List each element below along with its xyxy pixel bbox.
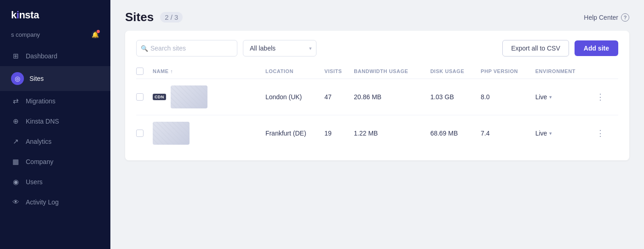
row-php: 7.4 [481, 115, 535, 152]
col-actions [593, 64, 618, 79]
chevron-down-icon: ▾ [549, 94, 552, 100]
help-circle-icon: ? [621, 13, 629, 22]
environment-label: Live [535, 130, 547, 137]
sidebar-item-dashboard[interactable]: ⊞ Dashboard [0, 46, 110, 66]
logo: kinsta [11, 9, 39, 21]
export-csv-button[interactable]: Export all to CSV [502, 40, 569, 57]
sidebar-item-company[interactable]: ▦ Company [0, 152, 110, 172]
row-actions[interactable]: ⋮ [593, 79, 618, 115]
col-bandwidth: BANDWIDTH USAGE [354, 64, 430, 79]
migrations-icon: ⇄ [11, 97, 20, 105]
sites-toolbar: 🔍 All labels ▾ Export all to CSV Add sit… [136, 40, 618, 57]
col-location: LOCATION [265, 64, 324, 79]
dns-icon: ⊕ [11, 117, 20, 125]
row-bandwidth: 20.86 MB [354, 79, 430, 115]
row-visits: 47 [324, 79, 354, 115]
row-actions[interactable]: ⋮ [593, 115, 618, 152]
sites-table: NAME ↑ LOCATION VISITS BANDWIDTH USAGE D [136, 64, 618, 151]
main-area: Sites 2 / 3 Help Center ? 🔍 All labels ▾ [110, 0, 644, 249]
row-disk: 68.69 MB [430, 115, 481, 152]
search-icon: 🔍 [141, 45, 148, 52]
sidebar-item-analytics[interactable]: ↗ Analytics [0, 131, 110, 152]
table-row: Frankfurt (DE) 19 1.22 MB 68.69 MB 7.4 L… [136, 115, 618, 152]
content-area: 🔍 All labels ▾ Export all to CSV Add sit… [110, 31, 644, 249]
analytics-icon: ↗ [11, 137, 20, 146]
site-thumbnail [153, 122, 190, 145]
logo-area: kinsta [0, 0, 110, 27]
sidebar-item-label: Dashboard [26, 52, 58, 60]
sidebar-item-label: Users [26, 178, 43, 186]
row-environment[interactable]: Live ▾ [535, 79, 594, 115]
sites-icon-wrap: ◎ [11, 72, 24, 85]
search-wrap: 🔍 [136, 40, 237, 57]
labels-select-wrap: All labels ▾ [243, 40, 316, 57]
cdn-badge: CDN [153, 94, 166, 100]
page-title-wrap: Sites 2 / 3 [125, 10, 183, 24]
add-site-button[interactable]: Add site [575, 40, 618, 56]
col-visits: VISITS [324, 64, 354, 79]
chevron-down-icon: ▾ [549, 130, 552, 136]
col-php: PHP VERSION [481, 64, 535, 79]
sidebar-item-label: Migrations [26, 97, 56, 105]
page-title: Sites [125, 10, 154, 24]
table-header: NAME ↑ LOCATION VISITS BANDWIDTH USAGE D [136, 64, 618, 79]
more-options-button[interactable]: ⋮ [593, 91, 607, 103]
help-center-link[interactable]: Help Center ? [584, 13, 629, 22]
sidebar-item-label: Kinsta DNS [26, 118, 59, 125]
search-input[interactable] [136, 40, 237, 57]
col-disk: DISK USAGE [430, 64, 481, 79]
company-name: s company [11, 31, 40, 38]
labels-select[interactable]: All labels [243, 40, 316, 57]
row-php: 8.0 [481, 79, 535, 115]
row-location: Frankfurt (DE) [265, 115, 324, 152]
topbar: Sites 2 / 3 Help Center ? [110, 0, 644, 31]
sidebar-item-label: Analytics [26, 138, 52, 145]
sites-card: 🔍 All labels ▾ Export all to CSV Add sit… [125, 31, 629, 160]
col-name: NAME ↑ [153, 64, 265, 79]
bell-icon: 🔔 [92, 31, 99, 38]
table-row: CDN London (UK) 47 20.86 MB 1.03 GB 8.0 … [136, 79, 618, 115]
sidebar-item-label: Sites [29, 75, 44, 82]
sidebar-item-sites[interactable]: ◎ Sites [0, 66, 110, 91]
row-checkbox[interactable] [136, 130, 144, 137]
sidebar-item-migrations[interactable]: ⇄ Migrations [0, 91, 110, 111]
help-center-label: Help Center [584, 14, 618, 21]
sidebar-item-kinsta-dns[interactable]: ⊕ Kinsta DNS [0, 111, 110, 131]
more-options-button[interactable]: ⋮ [593, 127, 607, 139]
sidebar: kinsta s company 🔔 ⊞ Dashboard ◎ Sites ⇄… [0, 0, 110, 249]
company-bar: s company 🔔 [0, 27, 110, 46]
row-visits: 19 [324, 115, 354, 152]
site-thumbnail [171, 85, 207, 108]
row-location: London (UK) [265, 79, 324, 115]
sites-icon: ◎ [13, 75, 22, 82]
company-icon: ▦ [11, 158, 20, 166]
row-checkbox-cell [136, 115, 153, 152]
users-icon: ◉ [11, 178, 20, 186]
activity-icon: 👁 [11, 198, 20, 206]
select-all-checkbox[interactable] [136, 68, 144, 75]
row-checkbox[interactable] [136, 93, 144, 101]
table-body: CDN London (UK) 47 20.86 MB 1.03 GB 8.0 … [136, 79, 618, 152]
sidebar-item-activity-log[interactable]: 👁 Activity Log [0, 192, 110, 212]
dashboard-icon: ⊞ [11, 52, 20, 60]
sidebar-item-label: Company [26, 158, 53, 165]
page-count: 2 / 3 [160, 12, 183, 23]
row-bandwidth: 1.22 MB [354, 115, 430, 152]
sidebar-item-users[interactable]: ◉ Users [0, 172, 110, 192]
col-checkbox [136, 64, 153, 79]
col-environment: ENVIRONMENT [535, 64, 594, 79]
sidebar-item-label: Activity Log [26, 198, 59, 206]
sidebar-nav: ⊞ Dashboard ◎ Sites ⇄ Migrations ⊕ Kinst… [0, 46, 110, 212]
row-checkbox-cell [136, 79, 153, 115]
row-disk: 1.03 GB [430, 79, 481, 115]
environment-label: Live [535, 93, 547, 101]
row-name-cell[interactable]: CDN [153, 79, 265, 115]
row-environment[interactable]: Live ▾ [535, 115, 594, 152]
notification-bell[interactable]: 🔔 [91, 30, 99, 39]
row-name-cell[interactable] [153, 115, 265, 152]
